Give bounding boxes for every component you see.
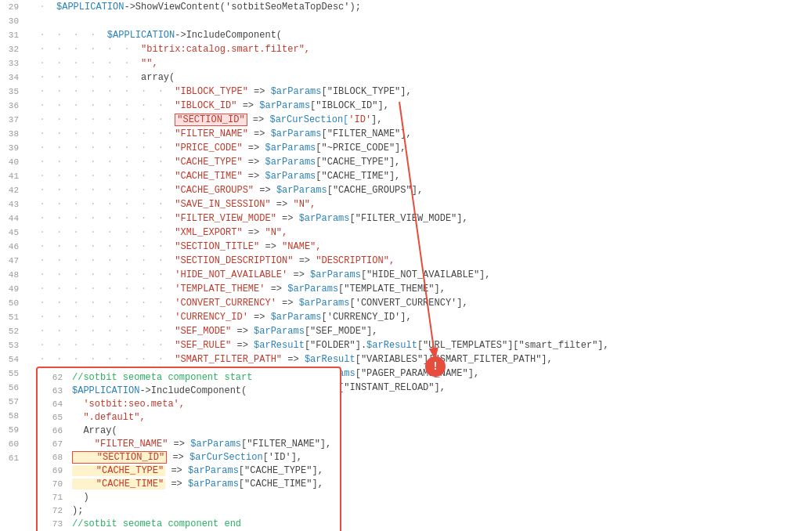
line-content: · · · · · · · · "FILTER_NAME" => $arPara… <box>25 127 412 141</box>
annotation-line: 73//sotbit seometa component end <box>38 518 340 531</box>
line-content: · · · · · · · · 'HIDE_NOT_AVAILABLE' => … <box>25 268 491 282</box>
code-line: 32 · · · · · · "bitrix:catalog.smart.fil… <box>0 42 812 56</box>
annotation-line-number: 73 <box>44 518 69 531</box>
code-line: 34 · · · · · · array( <box>0 70 812 85</box>
code-line: 35 · · · · · · · · "IBLOCK_TYPE" => $arP… <box>0 85 812 99</box>
annotation-line: 67 "FILTER_NAME" => $arParams["FILTER_NA… <box>38 438 340 451</box>
line-number: 46 <box>0 240 25 254</box>
code-line: 46 · · · · · · · · "SECTION_TITLE" => "N… <box>0 240 812 254</box>
code-line: 47 · · · · · · · · "SECTION_DESCRIPTION"… <box>0 254 812 268</box>
code-line: 39 · · · · · · · · "PRICE_CODE" => $arPa… <box>0 141 812 155</box>
line-content: · · · · $APPLICATION->IncludeComponent( <box>25 28 282 42</box>
line-content: · $APPLICATION->ShowViewContent('sotbitS… <box>25 0 361 14</box>
annotation-line-content: "CACHE_TIME" => $arParams["CACHE_TIME"], <box>69 478 323 491</box>
code-line: 51 · · · · · · · · 'CURRENCY_ID' => $arP… <box>0 310 812 324</box>
line-number: 33 <box>0 56 25 70</box>
annotation-line: 63$APPLICATION->IncludeComponent( <box>38 385 340 398</box>
line-content: · · · · · · · · "FILTER_VIEW_MODE" => $a… <box>25 211 468 226</box>
line-number: 36 <box>0 99 25 113</box>
annotation-line-content: ); <box>69 504 83 518</box>
annotation-line-content: 'sotbit:seo.meta', <box>69 398 185 411</box>
line-number: 53 <box>0 338 25 352</box>
line-number: 49 <box>0 282 25 296</box>
line-number: 61 <box>0 451 25 465</box>
warning-icon: ! <box>425 356 446 377</box>
line-content: · · · · · · · · "CACHE_TYPE" => $arParam… <box>25 155 400 169</box>
annotation-line-content: Array( <box>69 424 117 438</box>
code-line: 53 · · · · · · · · "SEF_RULE" => $arResu… <box>0 338 812 352</box>
line-content: · · · · · · · · "PRICE_CODE" => $arParam… <box>25 141 406 155</box>
line-number: 30 <box>0 14 25 28</box>
line-number: 43 <box>0 197 25 211</box>
line-content: · · · · · · · · "CACHE_TIME" => $arParam… <box>25 169 400 183</box>
line-number: 55 <box>0 367 25 381</box>
annotation-line-number: 64 <box>44 398 69 411</box>
annotation-line-number: 67 <box>44 438 69 451</box>
line-number: 45 <box>0 226 25 240</box>
line-number: 37 <box>0 113 25 127</box>
line-content: · · · · · · "bitrix:catalog.smart.filter… <box>25 42 310 56</box>
line-number: 56 <box>0 381 25 395</box>
code-line: 37 · · · · · · · · "SECTION_ID" => $arCu… <box>0 113 812 127</box>
annotation-line-content: $APPLICATION->IncludeComponent( <box>69 385 247 398</box>
line-number: 58 <box>0 409 25 423</box>
code-line: 38 · · · · · · · · "FILTER_NAME" => $arP… <box>0 127 812 141</box>
line-content: · · · · · · · · "SECTION_DESCRIPTION" =>… <box>25 254 395 268</box>
line-content: · · · · · · · · "IBLOCK_TYPE" => $arPara… <box>25 85 412 99</box>
line-number: 31 <box>0 28 25 42</box>
line-content: · · · · · · · · "SECTION_TITLE" => "NAME… <box>25 240 322 254</box>
line-number: 41 <box>0 169 25 183</box>
line-content: · · · · · · · · 'CURRENCY_ID' => $arPara… <box>25 310 412 324</box>
line-number: 57 <box>0 395 25 409</box>
code-line: 36 · · · · · · · · "IBLOCK_ID" => $arPar… <box>0 99 812 113</box>
line-content: · · · · · · · · "SAVE_IN_SESSION" => "N"… <box>25 197 316 211</box>
line-number: 39 <box>0 141 25 155</box>
annotation-line: 66 Array( <box>38 424 340 438</box>
annotation-line-content: ) <box>69 491 89 504</box>
annotation-line: 71 ) <box>38 491 340 504</box>
code-line: 31 · · · · $APPLICATION->IncludeComponen… <box>0 28 812 42</box>
annotation-line: 68 "SECTION_ID" => $arCurSection['ID'], <box>38 451 340 464</box>
annotation-line-number: 69 <box>44 464 69 478</box>
annotation-line-content: "FILTER_NAME" => $arParams["FILTER_NAME"… <box>69 438 331 451</box>
annotation-line-number: 71 <box>44 491 69 504</box>
annotation-line-number: 63 <box>44 385 69 398</box>
line-number: 52 <box>0 324 25 338</box>
line-number: 59 <box>0 423 25 437</box>
line-content: · · · · · · · · "XML_EXPORT" => "N", <box>25 226 287 240</box>
annotation-line: 65 ".default", <box>38 411 340 424</box>
line-content: · · · · · · · · "SEF_MODE" => $arParams[… <box>25 324 378 338</box>
line-number: 34 <box>0 70 25 85</box>
annotation-line-number: 62 <box>44 371 69 385</box>
line-number: 51 <box>0 310 25 324</box>
annotation-line: 70 "CACHE_TIME" => $arParams["CACHE_TIME… <box>38 478 340 491</box>
code-line: 45 · · · · · · · · "XML_EXPORT" => "N", <box>0 226 812 240</box>
line-content: · · · · · · array( <box>25 70 175 85</box>
line-number: 60 <box>0 437 25 451</box>
annotation-line: 72); <box>38 504 340 518</box>
code-line: 48 · · · · · · · · 'HIDE_NOT_AVAILABLE' … <box>0 268 812 282</box>
code-line: 41 · · · · · · · · "CACHE_TIME" => $arPa… <box>0 169 812 183</box>
code-line: 40 · · · · · · · · "CACHE_TYPE" => $arPa… <box>0 155 812 169</box>
line-number: 47 <box>0 254 25 268</box>
annotation-line: 69 "CACHE_TYPE" => $arParams["CACHE_TYPE… <box>38 464 340 478</box>
annotation-line-number: 68 <box>44 451 69 464</box>
line-content: · · · · · · · · 'CONVERT_CURRENCY' => $a… <box>25 296 468 310</box>
code-line: 33 · · · · · · "", <box>0 56 812 70</box>
annotation-line-number: 65 <box>44 411 69 424</box>
code-line: 50 · · · · · · · · 'CONVERT_CURRENCY' =>… <box>0 296 812 310</box>
annotation-line-number: 70 <box>44 478 69 491</box>
code-line: 52 · · · · · · · · "SEF_MODE" => $arPara… <box>0 324 812 338</box>
code-line: 49 · · · · · · · · 'TEMPLATE_THEME' => $… <box>0 282 812 296</box>
line-content: · · · · · · · · "SEF_RULE" => $arResult[… <box>25 338 609 352</box>
annotation-line-content: ".default", <box>69 411 146 424</box>
line-number: 48 <box>0 268 25 282</box>
annotation-line: 62//sotbit seometa component start <box>38 371 340 385</box>
line-number: 42 <box>0 183 25 197</box>
code-line: 43 · · · · · · · · "SAVE_IN_SESSION" => … <box>0 197 812 211</box>
line-number: 50 <box>0 296 25 310</box>
line-number: 38 <box>0 127 25 141</box>
line-content: · · · · · · "", <box>25 56 158 70</box>
annotation-line-content: //sotbit seometa component start <box>69 371 252 385</box>
line-content: · · · · · · · · "SECTION_ID" => $arCurSe… <box>25 113 383 127</box>
